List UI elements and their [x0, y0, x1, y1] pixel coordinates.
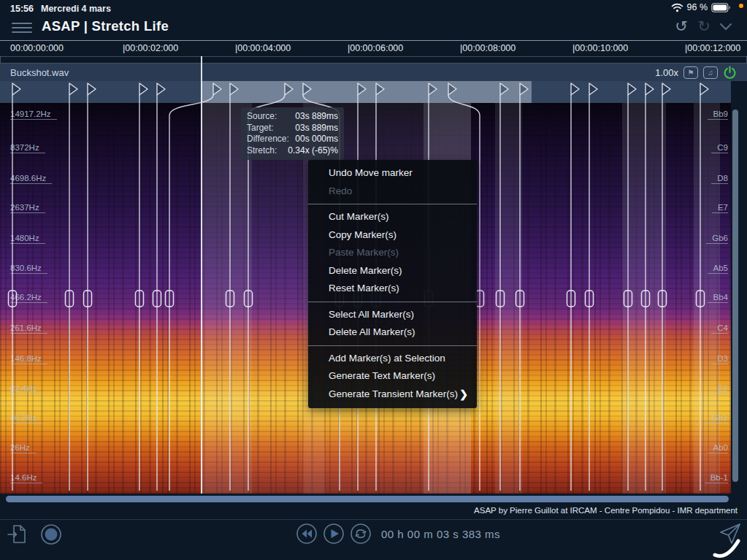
date: Mercredi 4 mars [41, 4, 111, 14]
vertical-scrollbar[interactable] [732, 110, 738, 482]
stretch-factor: 1.00x [655, 67, 678, 78]
menu-item: Redo [308, 183, 477, 201]
transport-time: 00 h 00 m 03 s 383 ms [381, 528, 500, 540]
chevron-down-icon[interactable] [718, 18, 734, 35]
timeline-tick: |00:00:02:000 [123, 43, 178, 53]
asap-app-window: 15:56 Mercredi 4 mars 96 % ASAP | Stretc… [0, 0, 747, 560]
menu-item: Paste Marker(s) [308, 244, 477, 262]
submenu-arrow-icon: ❯ [459, 386, 468, 404]
menu-item[interactable]: Undo Move marker [308, 164, 477, 183]
tooltip-row: Stretch:0.34x (-65)% [247, 145, 338, 157]
loop-button[interactable] [350, 523, 372, 545]
menu-item[interactable]: Select All Marker(s) [308, 306, 477, 324]
timeline-tick: 00:00:00:000 [10, 43, 64, 53]
marker-info-tooltip: Source:03s 889msTarget:03s 889msDifferen… [241, 107, 344, 160]
marker[interactable] [84, 83, 96, 491]
context-menu: Undo Move markerRedoCut Marker(s)Copy Ma… [308, 160, 477, 408]
marker[interactable] [586, 83, 598, 491]
clock: 15:56 [10, 4, 34, 14]
play-button[interactable] [323, 523, 345, 545]
redo-icon[interactable]: ↻ [695, 18, 713, 35]
menu-divider [308, 345, 477, 346]
menu-divider [308, 204, 477, 204]
undo-icon[interactable]: ↺ [673, 18, 690, 35]
battery-percent: 96 % [687, 2, 708, 12]
record-button[interactable] [39, 523, 63, 546]
mic-indicator-dot [739, 4, 743, 8]
transport-toolbar: 00 h 00 m 03 s 383 ms [0, 520, 747, 551]
tooltip-row: Target:03s 889ms [247, 123, 338, 134]
track-bar[interactable]: Buckshot.wav 1.00x ⚑ ♫ [0, 64, 747, 81]
menu-item[interactable]: Generate Transient Marker(s)❯ [308, 386, 477, 404]
status-indicators: 96 % [671, 2, 732, 12]
menu-item[interactable]: Generate Text Marker(s) [308, 367, 477, 386]
marker[interactable] [516, 83, 529, 491]
corner-arc [710, 535, 741, 559]
marker[interactable] [624, 83, 637, 491]
timeline-tick: |00:00:04:000 [235, 43, 291, 53]
timeline-selection-bar[interactable] [0, 56, 747, 64]
timeline-tick: |00:00:12:000 [685, 43, 740, 53]
timeline-tick: |00:00:06:000 [348, 43, 403, 53]
marker[interactable] [166, 83, 222, 491]
timeline-ruler[interactable]: 00:00:00:000|00:00:02:000|00:00:04:000|0… [0, 40, 747, 57]
marker[interactable] [153, 83, 166, 491]
marker[interactable] [66, 83, 78, 491]
timeline-tick: |00:00:08:000 [460, 43, 516, 53]
tooltip-row: Difference:00s 000ms [247, 134, 338, 145]
tooltip-row: Source:03s 889ms [247, 111, 338, 123]
marker[interactable] [9, 83, 21, 491]
marker[interactable] [697, 83, 709, 491]
music-note-icon[interactable]: ♫ [703, 66, 718, 79]
menu-item[interactable]: Cut Marker(s) [308, 208, 477, 226]
marker[interactable] [136, 83, 148, 491]
menu-divider [308, 302, 477, 302]
marker[interactable] [659, 83, 671, 491]
menu-hamburger-icon[interactable] [12, 20, 32, 34]
horizontal-scrollbar[interactable] [6, 496, 729, 502]
power-icon[interactable] [723, 66, 737, 80]
marker-flag-icon[interactable]: ⚑ [683, 66, 698, 79]
menu-item[interactable]: Delete Marker(s) [308, 262, 477, 280]
battery-icon [711, 3, 731, 12]
credit-text: ASAP by Pierre Guillot at IRCAM - Centre… [474, 506, 738, 515]
marker[interactable] [497, 83, 509, 491]
marker[interactable] [567, 83, 580, 491]
status-bar: 15:56 Mercredi 4 mars 96 % [0, 0, 747, 18]
track-name: Buckshot.wav [10, 67, 69, 78]
menu-item[interactable]: Copy Marker(s) [308, 226, 477, 245]
marker[interactable] [642, 83, 654, 491]
credit-row: ASAP by Pierre Guillot at IRCAM - Centre… [0, 504, 747, 520]
menu-item[interactable]: Delete All Marker(s) [308, 323, 477, 342]
rewind-button[interactable] [296, 523, 318, 545]
page-title: ASAP | Stretch Life [42, 18, 169, 34]
marker[interactable] [226, 83, 239, 491]
menu-item[interactable]: Reset Marker(s) [308, 280, 477, 298]
menu-item[interactable]: Add Marker(s) at Selection [308, 350, 477, 368]
app-header: ASAP | Stretch Life ↺ ↻ [0, 18, 747, 41]
import-file-icon[interactable] [7, 523, 28, 545]
timeline-tick: |00:00:10:000 [572, 43, 628, 53]
wifi-icon [671, 3, 683, 12]
